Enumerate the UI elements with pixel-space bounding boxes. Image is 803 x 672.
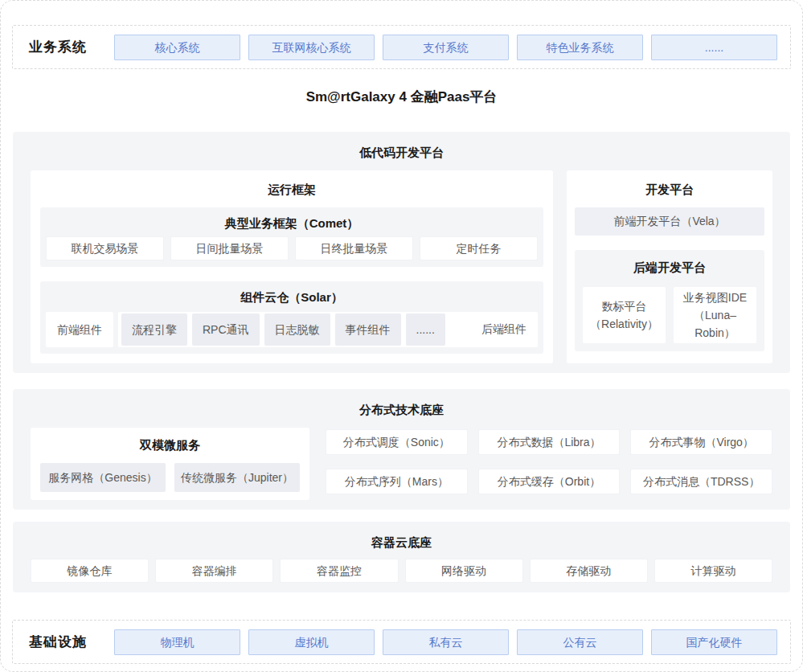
storage-driver: 存储驱动 (530, 559, 648, 583)
scenario-scheduled-task: 定时任务 (420, 236, 538, 260)
distributed-data-libra: 分布式数据（Libra） (478, 429, 621, 455)
distributed-services-grid: 分布式调度（Sonic） 分布式数据（Libra） 分布式事物（Virgo） 分… (326, 428, 772, 500)
image-registry: 镜像仓库 (31, 559, 149, 583)
infrastructure-band: 基础设施 物理机 虚拟机 私有云 公有云 国产化硬件 (12, 620, 791, 664)
business-systems-label: 业务系统 (29, 38, 114, 56)
infra-private-cloud: 私有云 (383, 629, 509, 655)
low-code-platform-row: 运行框架 典型业务框架（Comet） 联机交易场景 日间批量场景 日终批量场景 … (31, 170, 772, 363)
scenario-eod-batch: 日终批量场景 (295, 236, 413, 260)
data-standard-platform-line2: （Relativity） (583, 315, 666, 333)
page-title: Sm@rtGalaxy 4 金融Paas平台 (1, 85, 802, 109)
frontend-dev-platform-vela: 前端开发平台（Vela） (575, 207, 764, 236)
container-monitoring: 容器监控 (280, 559, 398, 583)
scenario-online-transaction: 联机交易场景 (46, 236, 164, 260)
infra-public-cloud: 公有云 (517, 629, 643, 655)
distributed-base-box: 分布式技术底座 双模微服务 服务网格（Genesis） 传统微服务（Jupite… (13, 389, 790, 510)
low-code-platform-box: 低代码开发平台 运行框架 典型业务框架（Comet） 联机交易场景 日间批量场景… (13, 132, 790, 373)
infra-domestic-hardware: 国产化硬件 (651, 629, 777, 655)
network-driver: 网络驱动 (405, 559, 523, 583)
low-code-platform-title: 低代码开发平台 (31, 143, 772, 162)
component-log-masking: 日志脱敏 (264, 313, 330, 346)
typical-business-framework-row: 联机交易场景 日间批量场景 日终批量场景 定时任务 (46, 236, 538, 260)
distributed-base-row: 双模微服务 服务网格（Genesis） 传统微服务（Jupiter） 分布式调度… (31, 428, 772, 500)
distributed-message-tdrss: 分布式消息（TDRSS） (630, 469, 772, 494)
dual-mode-microservices-row: 服务网格（Genesis） 传统微服务（Jupiter） (40, 463, 300, 492)
distributed-transaction-virgo: 分布式事物（Virgo） (630, 429, 772, 455)
business-systems-band: 业务系统 核心系统 互联网核心系统 支付系统 特色业务系统 ...... (12, 25, 791, 69)
data-standard-platform-relativity: 数标平台 （Relativity） (583, 287, 666, 343)
dev-platform-title: 开发平台 (575, 180, 764, 199)
runtime-framework-title: 运行框架 (40, 180, 543, 199)
service-mesh-genesis: 服务网格（Genesis） (40, 463, 166, 492)
component-cloud-title: 组件云仓（Solar） (46, 288, 538, 307)
dev-platform-box: 开发平台 前端开发平台（Vela） 后端开发平台 数标平台 （Relativit… (567, 170, 772, 363)
business-system-internet-core: 互联网核心系统 (248, 35, 375, 60)
container-base-row: 镜像仓库 容器编排 容器监控 网络驱动 存储驱动 计算驱动 (31, 559, 772, 583)
backend-dev-platform-row: 数标平台 （Relativity） 业务视图IDE （Luna–Robin） (583, 287, 756, 343)
component-strip: 流程引擎 RPC通讯 日志脱敏 事件组件 ...... 后端组件 (118, 312, 538, 347)
business-system-more: ...... (651, 35, 777, 60)
distributed-base-title: 分布式技术底座 (31, 400, 772, 420)
component-frontend: 前端组件 (46, 312, 113, 347)
business-system-payment: 支付系统 (383, 35, 509, 60)
container-base-box: 容器云底座 镜像仓库 容器编排 容器监控 网络驱动 存储驱动 计算驱动 (13, 522, 790, 592)
compute-driver: 计算驱动 (654, 559, 772, 583)
infra-physical-machine: 物理机 (114, 629, 240, 655)
business-view-ide-luna-robin: 业务视图IDE （Luna–Robin） (674, 287, 756, 343)
component-process-engine: 流程引擎 (121, 313, 187, 346)
typical-business-framework-box: 典型业务框架（Comet） 联机交易场景 日间批量场景 日终批量场景 定时任务 (40, 207, 543, 267)
component-backend: 后端组件 (481, 322, 526, 337)
backend-dev-platform-box: 后端开发平台 数标平台 （Relativity） 业务视图IDE （Luna–R… (575, 250, 764, 351)
component-cloud-row: 前端组件 流程引擎 RPC通讯 日志脱敏 事件组件 ...... 后端组件 (46, 312, 538, 347)
scenario-intraday-batch: 日间批量场景 (170, 236, 289, 260)
component-event: 事件组件 (335, 313, 401, 346)
container-orchestration: 容器编排 (155, 559, 273, 583)
component-rpc: RPC通讯 (192, 313, 260, 346)
infrastructure-label: 基础设施 (29, 633, 114, 651)
dual-mode-microservices-title: 双模微服务 (40, 436, 300, 455)
component-more: ...... (406, 313, 445, 346)
business-system-core: 核心系统 (114, 35, 240, 60)
business-view-ide-line2: （Luna–Robin） (674, 306, 756, 342)
traditional-microservice-jupiter: 传统微服务（Jupiter） (174, 463, 300, 492)
distributed-scheduling-sonic: 分布式调度（Sonic） (326, 429, 468, 455)
data-standard-platform-line1: 数标平台 (583, 297, 666, 315)
business-system-special: 特色业务系统 (517, 35, 643, 60)
component-cloud-box: 组件云仓（Solar） 前端组件 流程引擎 RPC通讯 日志脱敏 事件组件 ..… (40, 281, 543, 354)
typical-business-framework-title: 典型业务框架（Comet） (46, 214, 538, 233)
infra-virtual-machine: 虚拟机 (248, 629, 375, 655)
architecture-diagram: 业务系统 核心系统 互联网核心系统 支付系统 特色业务系统 ...... Sm@… (0, 0, 803, 672)
distributed-cache-orbit: 分布式缓存（Orbit） (478, 469, 621, 494)
container-base-title: 容器云底座 (31, 533, 772, 552)
business-view-ide-line1: 业务视图IDE (674, 289, 756, 306)
dual-mode-microservices-box: 双模微服务 服务网格（Genesis） 传统微服务（Jupiter） (31, 428, 309, 500)
distributed-sequence-mars: 分布式序列（Mars） (326, 469, 468, 494)
backend-dev-platform-title: 后端开发平台 (583, 258, 756, 277)
runtime-framework-box: 运行框架 典型业务框架（Comet） 联机交易场景 日间批量场景 日终批量场景 … (31, 170, 553, 363)
